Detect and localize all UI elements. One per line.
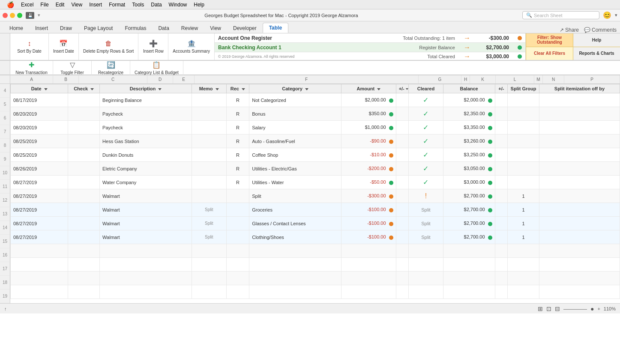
cell-balance-pm[interactable] bbox=[495, 162, 508, 176]
cell-category[interactable]: Groceries bbox=[249, 203, 341, 217]
cell-plusminus[interactable] bbox=[396, 176, 409, 189]
cell-amount[interactable]: -$50.00 bbox=[341, 176, 396, 189]
cell-split-group[interactable] bbox=[508, 93, 539, 107]
cell-balance[interactable]: $2,700.00 bbox=[443, 217, 495, 230]
table-row[interactable]: 08/27/2019 Water Company R Utilities - W… bbox=[11, 176, 620, 189]
table-row[interactable]: 08/27/2019 Walmart Split Glasses / Conta… bbox=[11, 217, 620, 230]
cell-amount[interactable] bbox=[341, 285, 396, 299]
apple-menu[interactable]: 🍎 bbox=[3, 1, 18, 8]
cell-memo[interactable]: Split bbox=[192, 203, 226, 217]
cell-check[interactable] bbox=[68, 121, 100, 134]
cell-amount[interactable] bbox=[341, 244, 396, 258]
cell-amount[interactable]: -$200.00 bbox=[341, 162, 396, 176]
cell-plusminus[interactable] bbox=[396, 285, 409, 299]
menu-file[interactable]: File bbox=[37, 2, 52, 8]
table-row[interactable]: 08/20/2019 Paycheck R Bonus $350.00 ✓ $2… bbox=[11, 107, 620, 121]
cell-rec[interactable]: R bbox=[226, 93, 249, 107]
cell-cleared[interactable]: ! bbox=[409, 189, 443, 203]
cell-split-item[interactable] bbox=[539, 121, 620, 134]
cell-plusminus[interactable] bbox=[396, 93, 409, 107]
toggle-filter-button[interactable]: ▽ Toggle Filter bbox=[53, 61, 92, 75]
clear-all-filters-button[interactable]: Clear All Filters bbox=[526, 47, 573, 60]
cell-description[interactable]: Water Company bbox=[100, 176, 192, 189]
cell-check[interactable] bbox=[68, 203, 100, 217]
table-row[interactable] bbox=[11, 272, 620, 285]
cell-check[interactable] bbox=[68, 230, 100, 244]
zoom-slider[interactable]: ● bbox=[590, 305, 594, 312]
table-row[interactable]: 08/26/2019 Eletric Company R Utilities -… bbox=[11, 162, 620, 176]
cell-balance[interactable] bbox=[443, 285, 495, 299]
cell-date[interactable] bbox=[11, 272, 68, 285]
cell-category[interactable] bbox=[249, 258, 341, 272]
cell-description[interactable] bbox=[100, 272, 192, 285]
cell-date[interactable] bbox=[11, 285, 68, 299]
table-row[interactable] bbox=[11, 258, 620, 272]
cell-plusminus[interactable] bbox=[396, 230, 409, 244]
cell-rec[interactable] bbox=[226, 203, 249, 217]
cell-balance[interactable]: $2,000.00 bbox=[443, 93, 495, 107]
menu-window[interactable]: Window bbox=[165, 2, 191, 8]
cell-memo[interactable] bbox=[192, 272, 226, 285]
cell-memo[interactable] bbox=[192, 285, 226, 299]
cell-split-group[interactable] bbox=[508, 121, 539, 134]
cell-balance-pm[interactable] bbox=[495, 121, 508, 134]
cell-cleared[interactable] bbox=[409, 258, 443, 272]
cell-category[interactable]: Split bbox=[249, 189, 341, 203]
cell-split-item[interactable] bbox=[539, 230, 620, 244]
cell-description[interactable] bbox=[100, 258, 192, 272]
memo-filter-icon[interactable] bbox=[216, 88, 219, 90]
help-button[interactable]: Help bbox=[573, 33, 620, 47]
cell-date[interactable]: 08/20/2019 bbox=[11, 107, 68, 121]
cell-split-item[interactable] bbox=[539, 217, 620, 230]
cell-description[interactable]: Eletric Company bbox=[100, 162, 192, 176]
cell-split-group[interactable] bbox=[508, 162, 539, 176]
cell-plusminus[interactable] bbox=[396, 217, 409, 230]
cell-amount[interactable]: -$90.00 bbox=[341, 134, 396, 148]
cell-description[interactable]: Walmart bbox=[100, 217, 192, 230]
cell-rec[interactable] bbox=[226, 244, 249, 258]
cell-category[interactable] bbox=[249, 285, 341, 299]
cell-check[interactable] bbox=[68, 258, 100, 272]
menu-tools[interactable]: Tools bbox=[129, 2, 147, 8]
cell-split-group[interactable]: 1 bbox=[508, 189, 539, 203]
cell-split-group[interactable] bbox=[508, 176, 539, 189]
table-row[interactable]: 08/27/2019 Walmart Split -$300.00 ! $2,7… bbox=[11, 189, 620, 203]
cell-check[interactable] bbox=[68, 162, 100, 176]
date-filter-icon[interactable] bbox=[44, 88, 48, 90]
cell-cleared[interactable]: ✓ bbox=[409, 176, 443, 189]
cell-memo[interactable] bbox=[192, 121, 226, 134]
view-normal-icon[interactable]: ⊞ bbox=[538, 305, 543, 312]
cell-cleared[interactable]: ✓ bbox=[409, 148, 443, 162]
cell-split-group[interactable] bbox=[508, 107, 539, 121]
table-row[interactable]: 08/25/2019 Hess Gas Station R Auto - Gas… bbox=[11, 134, 620, 148]
cell-split-group[interactable]: 1 bbox=[508, 203, 539, 217]
cell-description[interactable]: Paycheck bbox=[100, 121, 192, 134]
cell-split-group[interactable]: 1 bbox=[508, 230, 539, 244]
share-button[interactable]: ↗ Share bbox=[560, 27, 579, 33]
cell-date[interactable]: 08/25/2019 bbox=[11, 134, 68, 148]
cell-cleared[interactable]: ✓ bbox=[409, 134, 443, 148]
cell-cleared[interactable]: Split bbox=[409, 217, 443, 230]
cell-check[interactable] bbox=[68, 272, 100, 285]
cell-description[interactable] bbox=[100, 285, 192, 299]
cell-date[interactable]: 08/20/2019 bbox=[11, 121, 68, 134]
cell-balance[interactable]: $3,260.00 bbox=[443, 134, 495, 148]
cell-cleared[interactable]: ✓ bbox=[409, 162, 443, 176]
filter-show-outstanding-button[interactable]: Filter: Show Outstanding bbox=[526, 33, 573, 47]
cell-date[interactable]: 08/27/2019 bbox=[11, 203, 68, 217]
search-box[interactable]: 🔍 Search Sheet bbox=[522, 11, 599, 19]
cell-rec[interactable]: R bbox=[226, 121, 249, 134]
cell-rec[interactable] bbox=[226, 230, 249, 244]
cell-date[interactable] bbox=[11, 258, 68, 272]
cell-description[interactable]: Hess Gas Station bbox=[100, 134, 192, 148]
cell-balance-pm[interactable] bbox=[495, 244, 508, 258]
cell-memo[interactable] bbox=[192, 148, 226, 162]
table-row[interactable]: 08/27/2019 Walmart Split Clothing/Shoes … bbox=[11, 230, 620, 244]
cell-balance-pm[interactable] bbox=[495, 93, 508, 107]
cell-category[interactable]: Utilities - Electric/Gas bbox=[249, 162, 341, 176]
recategorize-button[interactable]: 🔄 Recategorize bbox=[92, 61, 130, 75]
view-layout-icon[interactable]: ⊟ bbox=[555, 305, 560, 312]
cell-split-item[interactable] bbox=[539, 107, 620, 121]
cell-amount[interactable]: $2,000.00 bbox=[341, 93, 396, 107]
menu-help[interactable]: Help bbox=[190, 2, 208, 8]
